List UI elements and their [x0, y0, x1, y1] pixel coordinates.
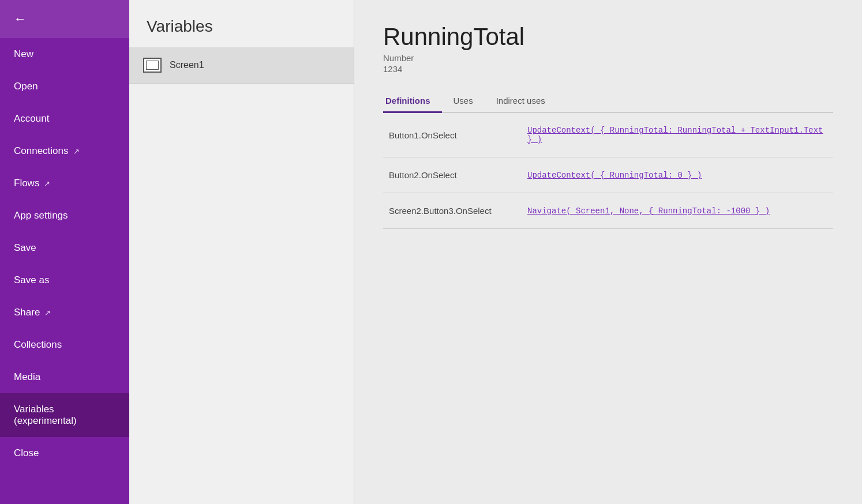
sidebar-item-open[interactable]: Open: [0, 70, 129, 103]
sidebar-item-flows[interactable]: Flows ↗: [0, 167, 129, 200]
sidebar-item-label: New: [14, 48, 33, 60]
sidebar-item-save-as[interactable]: Save as: [0, 264, 129, 296]
sidebar-item-label: Connections: [14, 145, 69, 157]
definition-row: Screen2.Button3.OnSelectNavigate( Screen…: [383, 193, 833, 229]
sidebar-item-media[interactable]: Media: [0, 361, 129, 393]
sidebar-item-label: Save: [14, 242, 36, 254]
sidebar-item-connections[interactable]: Connections ↗: [0, 135, 129, 167]
sidebar-item-variables[interactable]: Variables (experimental): [0, 393, 129, 437]
tab-definitions[interactable]: Definitions: [383, 90, 442, 113]
definition-row: Button1.OnSelectUpdateContext( { Running…: [383, 113, 833, 157]
screen-icon-inner: [146, 61, 159, 70]
sidebar-item-share[interactable]: Share ↗: [0, 296, 129, 329]
screen-name: Screen1: [170, 60, 204, 70]
sidebar-item-label: App settings: [14, 210, 68, 221]
sidebar-nav: NewOpenAccountConnections ↗Flows ↗App se…: [0, 38, 129, 469]
sidebar: ← NewOpenAccountConnections ↗Flows ↗App …: [0, 0, 129, 504]
sidebar-item-label: Save as: [14, 274, 49, 286]
back-icon: ←: [14, 12, 27, 27]
screen-icon: [143, 58, 162, 73]
tab-uses[interactable]: Uses: [451, 90, 485, 113]
sidebar-item-label: Media: [14, 371, 40, 383]
sidebar-item-collections[interactable]: Collections: [0, 329, 129, 361]
external-link-icon: ↗: [44, 309, 51, 317]
screen-item-screen1[interactable]: Screen1: [129, 47, 354, 84]
middle-panel: Variables Screen1: [129, 0, 354, 504]
definitions-table: Button1.OnSelectUpdateContext( { Running…: [383, 113, 833, 229]
sidebar-item-label: Close: [14, 447, 39, 459]
sidebar-item-label: Collections: [14, 339, 62, 351]
definition-formula[interactable]: UpdateContext( { RunningTotal: RunningTo…: [527, 126, 827, 144]
external-link-icon: ↗: [44, 179, 50, 188]
definition-name: Button2.OnSelect: [389, 170, 516, 180]
variable-name: RunningTotal: [383, 23, 833, 51]
sidebar-item-label: Share: [14, 307, 40, 318]
panel-title: Variables: [129, 0, 354, 47]
back-button[interactable]: ←: [0, 0, 129, 38]
sidebar-item-label: Variables (experimental): [14, 404, 115, 427]
sidebar-item-label: Account: [14, 113, 49, 125]
right-panel: RunningTotal Number 1234 DefinitionsUses…: [354, 0, 862, 504]
sidebar-item-label: Open: [14, 81, 38, 92]
sidebar-item-save[interactable]: Save: [0, 232, 129, 264]
sidebar-item-account[interactable]: Account: [0, 103, 129, 135]
variable-value: 1234: [383, 64, 833, 74]
definition-row: Button2.OnSelectUpdateContext( { Running…: [383, 157, 833, 193]
tab-indirect-uses[interactable]: Indirect uses: [494, 90, 557, 113]
screen-list: Screen1: [129, 47, 354, 504]
sidebar-item-app-settings[interactable]: App settings: [0, 200, 129, 232]
definition-formula[interactable]: Navigate( Screen1, None, { RunningTotal:…: [527, 206, 770, 216]
variable-type: Number: [383, 53, 833, 63]
tabs-row: DefinitionsUsesIndirect uses: [383, 90, 833, 113]
definition-formula[interactable]: UpdateContext( { RunningTotal: 0 } ): [527, 171, 702, 180]
sidebar-item-label: Flows: [14, 178, 39, 189]
definition-name: Button1.OnSelect: [389, 130, 516, 140]
sidebar-item-new[interactable]: New: [0, 38, 129, 70]
definition-name: Screen2.Button3.OnSelect: [389, 206, 516, 216]
external-link-icon: ↗: [73, 147, 80, 156]
sidebar-item-close[interactable]: Close: [0, 437, 129, 469]
